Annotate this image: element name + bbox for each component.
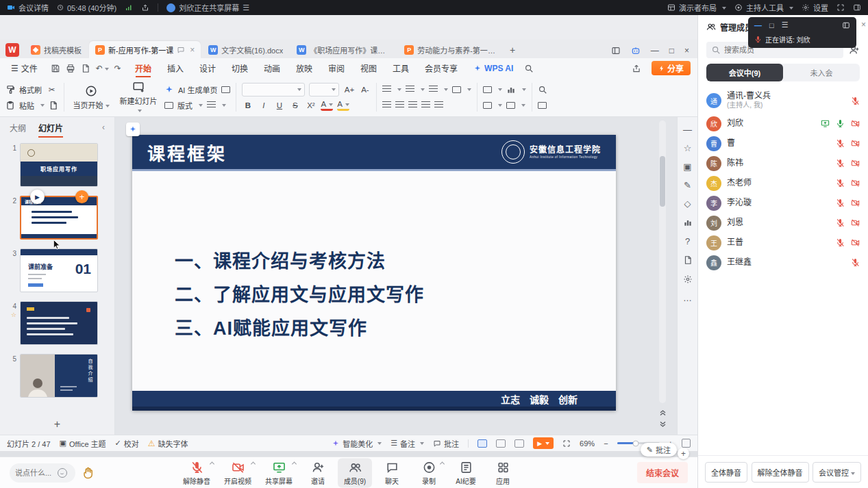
member-row[interactable]: 通通讯-曹义兵(主持人, 我) (698, 88, 868, 114)
tab-in-meeting[interactable]: 会议中(9) (706, 64, 783, 81)
network-signal-icon[interactable] (125, 3, 133, 12)
presenter-layout-button[interactable]: 演示者布局 (667, 2, 726, 13)
copy-button[interactable] (49, 101, 58, 110)
reaction-hand-icon[interactable] (82, 467, 95, 479)
member-row[interactable]: 陈陈祎 (698, 153, 868, 173)
bullet-list-button[interactable] (382, 86, 391, 93)
quick-chat-input[interactable] (15, 469, 55, 477)
scrollbar-thumb[interactable] (660, 156, 665, 207)
cam-off-icon[interactable] (851, 119, 860, 128)
mic-off-icon[interactable] (836, 238, 845, 247)
tab-not-joined[interactable]: 未入会 (783, 64, 860, 81)
next-slide-button[interactable] (658, 420, 668, 429)
cast-icon[interactable] (562, 439, 571, 448)
tab-template-store[interactable]: 找稿壳模板 (25, 41, 88, 58)
slide-thumbnail-2-selected[interactable]: 2 课程框架 (7, 196, 109, 240)
slide-thumbnail-4[interactable]: 4☆ (7, 301, 109, 345)
share-button[interactable]: 分享 (652, 61, 691, 75)
menu-home[interactable]: 开始 (130, 60, 156, 76)
member-row[interactable]: 鑫王继鑫 (698, 253, 868, 272)
chart-pane-icon[interactable] (683, 218, 693, 227)
toolbar-invite-button[interactable]: 邀请 (301, 458, 335, 487)
caret-up-icon[interactable] (251, 461, 256, 466)
member-row[interactable]: 刘刘恩 (698, 213, 868, 233)
slide-title[interactable]: 课程框架 (147, 140, 227, 165)
mic-off-icon[interactable] (836, 139, 845, 148)
close-panel-icon[interactable]: × (861, 20, 866, 29)
decrease-font-button[interactable]: A- (359, 83, 371, 96)
cut-button[interactable]: ✂ (46, 83, 58, 96)
help-icon[interactable]: ? (685, 237, 690, 246)
italic-button[interactable]: I (258, 99, 269, 112)
cam-off-icon[interactable] (851, 139, 860, 148)
play-from-slide-overlay-button[interactable]: ▶ (30, 190, 45, 204)
mic-off-icon[interactable] (851, 258, 860, 267)
theme-button[interactable]: ▣Office 主题 (60, 438, 106, 449)
close-window-icon[interactable]: × (684, 47, 689, 55)
menu-view[interactable]: 视图 (356, 60, 382, 76)
normal-view-button[interactable] (478, 439, 487, 448)
justify-button[interactable] (421, 101, 430, 109)
font-family-combo[interactable] (242, 83, 305, 97)
popup-list-icon[interactable]: ☰ (782, 21, 789, 29)
collapse-panel-icon[interactable]: ‹ (102, 123, 105, 132)
mic-off-icon[interactable] (836, 179, 845, 188)
proofing-button[interactable]: ✓校对 (115, 438, 139, 449)
slide-thumbnail-1[interactable]: 1 职场应用写作 (7, 143, 109, 187)
shape-button[interactable] (483, 86, 492, 93)
chart-button[interactable] (506, 85, 516, 94)
floating-zoom-button[interactable]: + (678, 448, 689, 459)
slide-canvas[interactable]: 课程框架 安徽信息工程学院 Anhui Institute of Informa… (115, 117, 677, 435)
wordart-button[interactable] (506, 102, 515, 109)
tab-outline[interactable]: 大纲 (10, 122, 26, 133)
missing-font-warning[interactable]: ⚠缺失字体 (148, 438, 188, 449)
paste-button[interactable]: 粘贴 (19, 100, 34, 111)
current-slide[interactable]: 课程框架 安徽信息工程学院 Anhui Institute of Informa… (132, 135, 616, 411)
toolbar-members-button[interactable]: 成员(9) (338, 458, 372, 487)
preview-icon[interactable] (81, 64, 90, 73)
ai-assistant-chip[interactable] (126, 123, 140, 136)
tab-doc-16[interactable]: W 文字文稿(16).docx (202, 41, 289, 58)
member-row[interactable]: 王王普 (698, 233, 868, 253)
mic-on-icon[interactable] (836, 119, 845, 128)
section-button[interactable] (207, 101, 216, 109)
popup-minimize-icon[interactable]: — (754, 21, 762, 29)
menu-transition[interactable]: 切换 (227, 60, 253, 76)
new-slide-button[interactable]: 新建幻灯片 (117, 80, 160, 114)
vertical-scrollbar[interactable] (659, 120, 666, 403)
slideshow-play-button[interactable]: ▶ (533, 437, 554, 449)
sharing-menu-icon[interactable]: ☰ (243, 3, 249, 12)
dock-window-icon[interactable] (611, 46, 621, 55)
fit-to-window-button[interactable] (682, 439, 691, 448)
line-spacing-button[interactable] (429, 86, 438, 93)
meeting-timer[interactable]: 05:48 (40分钟) (57, 2, 116, 13)
zoom-percentage[interactable]: 69% (580, 439, 595, 448)
mic-off-icon[interactable] (836, 159, 845, 168)
toolbar-mic-off-button[interactable]: 解除静音 (177, 458, 216, 487)
menu-design[interactable]: 设计 (195, 60, 221, 76)
slide-sorter-view-button[interactable] (496, 439, 506, 448)
floating-comment-button[interactable]: ✎批注 (641, 443, 677, 457)
mic-off-icon[interactable] (851, 97, 860, 105)
quick-chat-input-wrap[interactable] (10, 463, 75, 483)
notes-pane-icon[interactable] (683, 255, 693, 265)
font-color-button[interactable]: A (321, 100, 333, 111)
cam-off-icon[interactable] (851, 179, 860, 188)
toolbar-record-button[interactable]: 录制 (412, 458, 446, 487)
menu-wps-ai[interactable]: WPS AI (469, 62, 518, 75)
increase-font-button[interactable]: A+ (343, 83, 355, 96)
caret-up-icon[interactable] (210, 461, 214, 466)
cam-off-icon[interactable] (851, 218, 860, 227)
maximize-icon[interactable]: □ (669, 47, 674, 55)
cam-off-icon[interactable] (851, 238, 860, 247)
slide-thumbnail-3[interactable]: 3 课前准备 01 (7, 248, 109, 292)
toolbar-screen-share-button[interactable]: 共享屏幕 (260, 458, 298, 487)
menu-animation[interactable]: 动画 (259, 60, 285, 76)
search-icon[interactable] (524, 64, 534, 73)
slide-thumbnail-5[interactable]: 5 自我介绍 (7, 354, 109, 398)
underline-button[interactable]: U (273, 99, 285, 112)
paste-icon[interactable] (5, 101, 15, 110)
end-meeting-button[interactable]: 结束会议 (637, 462, 688, 483)
align-right-button[interactable] (408, 101, 417, 109)
caret-up-icon[interactable] (440, 461, 445, 466)
